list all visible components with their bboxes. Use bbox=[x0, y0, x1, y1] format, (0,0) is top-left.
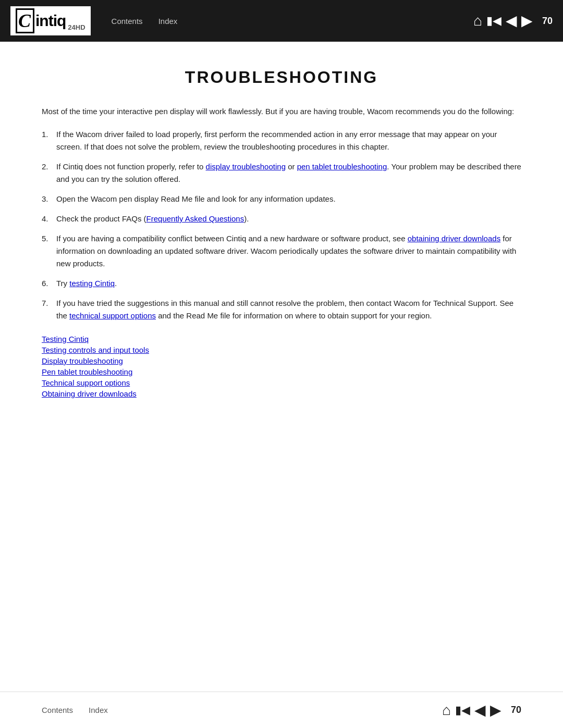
faq-link[interactable]: Frequently Asked Questions bbox=[146, 214, 244, 223]
list-item: 1. If the Wacom driver failed to load pr… bbox=[42, 128, 521, 153]
logo-area: C intiq 24HD bbox=[10, 6, 91, 35]
display-troubleshooting-section-link[interactable]: Display troubleshooting bbox=[42, 356, 521, 365]
logo-intiq-text: intiq bbox=[35, 12, 66, 30]
section-links: Testing Cintiq Testing controls and inpu… bbox=[42, 335, 521, 398]
page-footer: Contents Index ⌂ ▮◀ ◀ ▶ 70 bbox=[0, 692, 563, 728]
logo-c-letter: C bbox=[16, 8, 34, 33]
footer-next-page-icon[interactable]: ▶ bbox=[490, 701, 501, 719]
list-number: 3. bbox=[42, 193, 56, 205]
technical-support-options-inline-link[interactable]: technical support options bbox=[69, 311, 156, 320]
list-text-before: If you are having a compatibility confli… bbox=[56, 234, 408, 243]
list-text-after: ). bbox=[244, 214, 249, 223]
list-item-content: Check the product FAQs (Frequently Asked… bbox=[56, 213, 521, 225]
list-item: 6. Try testing Cintiq. bbox=[42, 277, 521, 290]
header-contents-link[interactable]: Contents bbox=[112, 17, 143, 26]
display-troubleshooting-link[interactable]: display troubleshooting bbox=[206, 162, 286, 171]
list-item-content: If you have tried the suggestions in thi… bbox=[56, 297, 521, 322]
list-item-content: If Cintiq does not function properly, re… bbox=[56, 161, 521, 186]
obtaining-driver-downloads-section-link[interactable]: Obtaining driver downloads bbox=[42, 389, 521, 398]
footer-home-icon[interactable]: ⌂ bbox=[442, 702, 451, 719]
footer-first-page-icon[interactable]: ▮◀ bbox=[455, 704, 470, 717]
testing-cintiq-link[interactable]: Testing Cintiq bbox=[42, 335, 521, 343]
list-text-after: . bbox=[115, 279, 117, 288]
list-item: 3. Open the Wacom pen display Read Me fi… bbox=[42, 193, 521, 205]
header-page-number: 70 bbox=[542, 16, 553, 27]
list-item: 5. If you are having a compatibility con… bbox=[42, 232, 521, 270]
intro-paragraph: Most of the time your interactive pen di… bbox=[42, 105, 521, 118]
list-item: 2. If Cintiq does not function properly,… bbox=[42, 161, 521, 186]
list-number: 2. bbox=[42, 161, 56, 186]
logo-24hd-text: 24HD bbox=[68, 23, 85, 31]
list-item: 7. If you have tried the suggestions in … bbox=[42, 297, 521, 322]
list-text-before: If Cintiq does not function properly, re… bbox=[56, 162, 206, 171]
list-number: 4. bbox=[42, 213, 56, 225]
prev-page-icon[interactable]: ◀ bbox=[506, 14, 517, 28]
list-item-content: If the Wacom driver failed to load prope… bbox=[56, 128, 521, 153]
list-text-middle: or bbox=[286, 162, 297, 171]
list-item-content: Open the Wacom pen display Read Me file … bbox=[56, 193, 521, 205]
page-header: C intiq 24HD Contents Index ⌂ ▮◀ ◀ ▶ 70 bbox=[0, 0, 563, 42]
header-index-link[interactable]: Index bbox=[158, 17, 178, 26]
technical-support-options-section-link[interactable]: Technical support options bbox=[42, 378, 521, 387]
list-text-before: Try bbox=[56, 279, 69, 288]
logo-box: C intiq 24HD bbox=[10, 6, 91, 35]
obtaining-driver-downloads-inline-link[interactable]: obtaining driver downloads bbox=[408, 234, 500, 243]
pen-tablet-troubleshooting-section-link[interactable]: Pen tablet troubleshooting bbox=[42, 367, 521, 376]
list-text-after: and the Read Me file for information on … bbox=[156, 311, 432, 320]
next-page-icon[interactable]: ▶ bbox=[521, 14, 533, 28]
pen-tablet-troubleshooting-link[interactable]: pen tablet troubleshooting bbox=[297, 162, 387, 171]
home-icon[interactable]: ⌂ bbox=[473, 14, 482, 28]
list-number: 6. bbox=[42, 277, 56, 290]
footer-contents-link[interactable]: Contents bbox=[42, 706, 73, 714]
list-number: 1. bbox=[42, 128, 56, 153]
footer-page-number: 70 bbox=[511, 705, 521, 715]
footer-nav: Contents Index bbox=[42, 706, 442, 714]
list-text-before: Check the product FAQs ( bbox=[56, 214, 146, 223]
header-icons: ⌂ ▮◀ ◀ ▶ 70 bbox=[473, 14, 553, 28]
list-number: 7. bbox=[42, 297, 56, 322]
troubleshooting-list: 1. If the Wacom driver failed to load pr… bbox=[42, 128, 521, 322]
list-item-content: Try testing Cintiq. bbox=[56, 277, 521, 290]
main-content: TROUBLESHOOTING Most of the time your in… bbox=[0, 42, 563, 429]
testing-cintiq-inline-link[interactable]: testing Cintiq bbox=[69, 279, 115, 288]
footer-prev-page-icon[interactable]: ◀ bbox=[474, 701, 486, 719]
first-page-icon[interactable]: ▮◀ bbox=[486, 15, 501, 27]
page-title: TROUBLESHOOTING bbox=[42, 68, 521, 87]
list-item: 4. Check the product FAQs (Frequently As… bbox=[42, 213, 521, 225]
header-nav: Contents Index bbox=[112, 17, 473, 26]
footer-icons: ⌂ ▮◀ ◀ ▶ 70 bbox=[442, 701, 521, 719]
list-item-content: If you are having a compatibility confli… bbox=[56, 232, 521, 270]
list-number: 5. bbox=[42, 232, 56, 270]
testing-controls-link[interactable]: Testing controls and input tools bbox=[42, 346, 521, 354]
footer-index-link[interactable]: Index bbox=[89, 706, 108, 714]
